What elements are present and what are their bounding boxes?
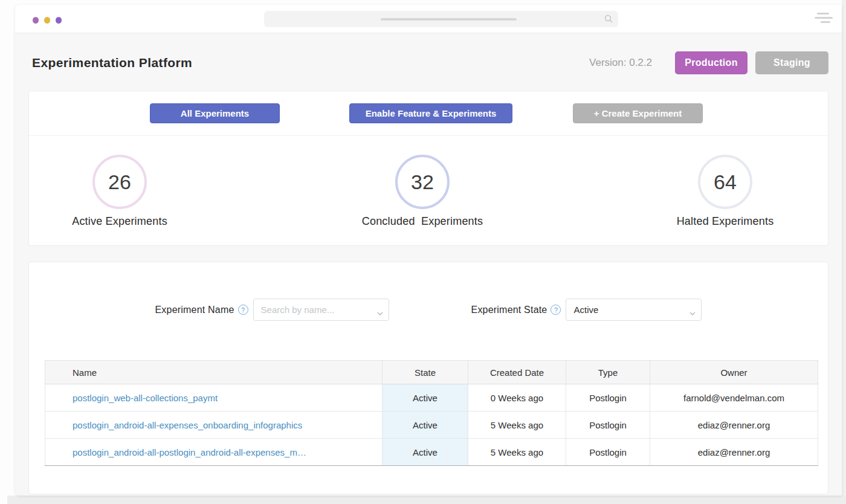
- state-cell: Active: [383, 384, 468, 412]
- version-label: Version: 0.2.2: [589, 57, 652, 69]
- experiments-table-wrapper: Name State Created Date Type Owner postl…: [45, 360, 812, 466]
- created-date-cell: 0 Weeks ago: [468, 384, 566, 412]
- owner-cell: farnold@vendelman.com: [650, 384, 818, 412]
- table-header-row: Name State Created Date Type Owner: [45, 361, 818, 384]
- stats-row: 26 Active Experiments 32 Concluded Exper…: [29, 136, 828, 245]
- address-bar[interactable]: [264, 11, 618, 27]
- chevron-down-icon: [689, 308, 696, 318]
- search-input[interactable]: [261, 305, 373, 315]
- actions-row: All Experiments Enable Feature & Experim…: [29, 91, 828, 136]
- experiment-link[interactable]: postlogin_android-all-expenses_onboardin…: [73, 420, 302, 430]
- stat-ring: 26: [92, 155, 147, 209]
- backdrop: [842, 0, 846, 504]
- window-control-dot[interactable]: [33, 17, 39, 24]
- experiment-state-filter: Experiment State ? Active: [471, 299, 702, 321]
- column-header-name: Name: [45, 361, 383, 384]
- type-cell: Postlogin: [566, 412, 650, 439]
- type-cell: Postlogin: [566, 439, 650, 466]
- experiment-state-select[interactable]: Active: [566, 299, 702, 321]
- column-header-owner: Owner: [650, 361, 818, 384]
- table-row: postlogin_android-all-expenses_onboardin…: [45, 412, 818, 439]
- production-button[interactable]: Production: [675, 51, 748, 74]
- enable-feature-experiments-button[interactable]: Enable Feature & Experiments: [349, 103, 512, 123]
- stat-value: 64: [714, 170, 737, 194]
- browser-chrome: [15, 5, 842, 33]
- column-header-created-date: Created Date: [468, 361, 566, 384]
- stat-value: 26: [108, 170, 131, 194]
- stat-label: Active Experiments: [72, 214, 167, 228]
- filters-row: Experiment Name ? Experiment State ? Act…: [29, 262, 828, 321]
- stat-label: Concluded Experiments: [362, 214, 483, 228]
- stat-halted-experiments: 64 Halted Experiments: [641, 155, 810, 228]
- backdrop: [7, 496, 846, 504]
- column-header-state: State: [383, 361, 468, 384]
- stat-active-experiments: 26 Active Experiments: [35, 155, 204, 228]
- stat-ring: 32: [395, 155, 450, 209]
- experiments-card: Experiment Name ? Experiment State ? Act…: [28, 262, 828, 494]
- state-cell: Active: [383, 439, 468, 466]
- experiment-state-label: Experiment State: [471, 305, 547, 315]
- experiment-name-label: Experiment Name: [155, 305, 234, 315]
- created-date-cell: 5 Weeks ago: [468, 439, 566, 466]
- menu-icon[interactable]: [815, 13, 834, 23]
- owner-cell: ediaz@renner.org: [650, 439, 818, 466]
- experiments-table: Name State Created Date Type Owner postl…: [45, 360, 818, 466]
- window-controls: [33, 17, 62, 24]
- page-header: Experimentation Platform Version: 0.2.2 …: [15, 33, 842, 74]
- state-cell: Active: [383, 412, 468, 439]
- selected-state: Active: [573, 305, 598, 315]
- browser-window: Experimentation Platform Version: 0.2.2 …: [15, 5, 842, 496]
- url-placeholder-line: [381, 18, 517, 21]
- chevron-down-icon: [377, 308, 383, 318]
- created-date-cell: 5 Weeks ago: [468, 412, 566, 439]
- experiment-link[interactable]: postlogin_web-all-collections_paymt: [73, 393, 218, 403]
- type-cell: Postlogin: [566, 384, 650, 412]
- staging-button[interactable]: Staging: [755, 51, 828, 74]
- question-mark-icon[interactable]: ?: [551, 305, 561, 315]
- table-row: postlogin_android-all-postlogin_android-…: [45, 439, 818, 466]
- stat-concluded-experiments: 32 Concluded Experiments: [338, 155, 507, 228]
- overview-card: All Experiments Enable Feature & Experim…: [28, 91, 828, 246]
- create-experiment-button[interactable]: + Create Experiment: [573, 103, 703, 123]
- stat-label: Halted Experiments: [677, 214, 774, 228]
- column-header-type: Type: [566, 361, 650, 384]
- experiment-name-filter: Experiment Name ?: [155, 299, 389, 321]
- question-mark-icon[interactable]: ?: [238, 305, 248, 315]
- owner-cell: ediaz@renner.org: [650, 412, 818, 439]
- search-icon: [604, 14, 613, 26]
- experiment-link[interactable]: postlogin_android-all-postlogin_android-…: [73, 447, 306, 457]
- page-title: Experimentation Platform: [32, 56, 192, 70]
- table-row: postlogin_web-all-collections_paymt Acti…: [45, 384, 818, 412]
- window-control-dot[interactable]: [44, 17, 50, 24]
- window-control-dot[interactable]: [56, 17, 62, 24]
- stat-value: 32: [411, 170, 434, 194]
- all-experiments-button[interactable]: All Experiments: [150, 103, 280, 123]
- stat-ring: 64: [698, 155, 752, 209]
- experiment-name-search[interactable]: [253, 299, 389, 321]
